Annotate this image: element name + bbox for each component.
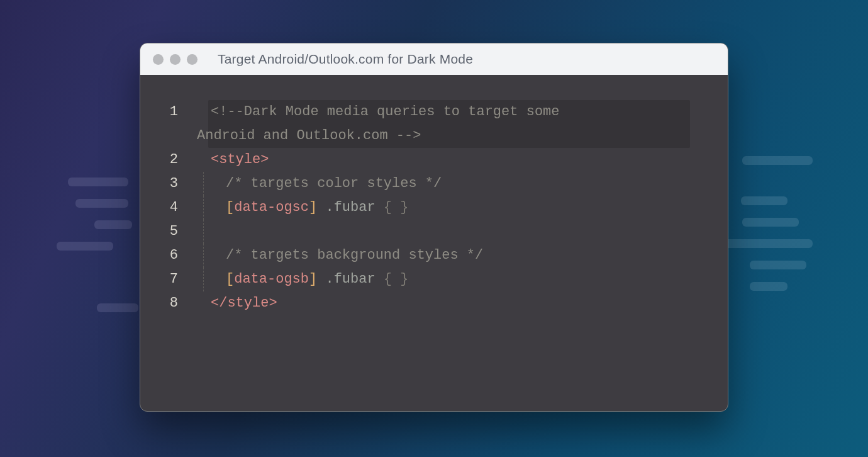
- code-token-comment: <!--Dark Mode media queries to target so…: [211, 104, 560, 120]
- code-token-tag: style: [227, 295, 269, 311]
- code-line: <style>: [197, 148, 703, 172]
- code-token-bracket: [: [226, 200, 234, 215]
- code-token-punc: >: [260, 152, 269, 167]
- decoration-bar: [75, 199, 128, 208]
- decoration-bar: [68, 178, 128, 186]
- line-number: 3: [140, 172, 178, 196]
- decoration-bar: [750, 282, 787, 291]
- code-line: Android and Outlook.com -->: [197, 124, 703, 148]
- traffic-lights: [153, 54, 198, 65]
- line-number: 5: [140, 220, 178, 244]
- decoration-bar: [750, 261, 806, 269]
- code-token-comment: /* targets color styles */: [226, 176, 442, 191]
- indent-guide: [203, 220, 204, 244]
- code-token-tag: style: [219, 152, 260, 167]
- minimize-icon[interactable]: [170, 54, 181, 65]
- line-number: 2: [140, 148, 178, 172]
- code-token-comment: Android and Outlook.com -->: [197, 128, 421, 144]
- code-token-bracket: ]: [309, 271, 317, 287]
- code-token-punc: </: [211, 295, 227, 311]
- code-token-attr: data-ogsc: [234, 200, 309, 215]
- decoration-bar: [741, 196, 787, 205]
- code-token-bracket: [: [226, 271, 234, 287]
- code-token-brace: {: [384, 271, 400, 287]
- code-line: [197, 220, 703, 244]
- code-token-comment: /* targets background styles */: [226, 247, 483, 263]
- line-number: 1: [140, 100, 178, 124]
- line-number: 8: [140, 291, 178, 315]
- decoration-bar: [742, 156, 813, 165]
- code-token-selector: .fubar: [317, 271, 384, 287]
- decoration-bar: [725, 239, 813, 248]
- window-title: Target Android/Outlook.com for Dark Mode: [218, 52, 473, 67]
- code-token-brace: }: [400, 271, 408, 287]
- indent-guide: [203, 244, 204, 268]
- code-line: </style>: [197, 291, 703, 315]
- code-line: [data-ogsb] .fubar { }: [197, 268, 703, 291]
- code-line: /* targets color styles */: [197, 172, 703, 196]
- line-number: 6: [140, 244, 178, 268]
- window-titlebar: Target Android/Outlook.com for Dark Mode: [140, 43, 728, 75]
- line-number: 4: [140, 196, 178, 220]
- indent-guide: [203, 268, 204, 291]
- indent-guide: [203, 196, 204, 220]
- code-line: <!--Dark Mode media queries to target so…: [197, 100, 703, 124]
- code-line: /* targets background styles */: [197, 244, 703, 268]
- code-token-brace: {: [384, 200, 400, 215]
- decoration-bar: [742, 218, 799, 227]
- code-token-bracket: ]: [309, 200, 317, 215]
- code-window: Target Android/Outlook.com for Dark Mode…: [140, 43, 728, 412]
- code-token-punc: <: [211, 152, 219, 167]
- code-token-attr: data-ogsb: [234, 271, 309, 287]
- code-token-brace: }: [400, 200, 408, 215]
- code-token-selector: .fubar: [317, 200, 384, 215]
- decoration-bar: [57, 242, 113, 251]
- line-number: 7: [140, 268, 178, 291]
- line-number-gutter: 1 2 3 4 5 6 7 8: [140, 100, 197, 315]
- close-icon[interactable]: [153, 54, 164, 65]
- code-editor[interactable]: 1 2 3 4 5 6 7 8 <!--Dark Mode media quer…: [140, 75, 728, 341]
- code-token-punc: >: [269, 295, 277, 311]
- zoom-icon[interactable]: [187, 54, 198, 65]
- decoration-bar: [94, 220, 132, 229]
- code-area[interactable]: <!--Dark Mode media queries to target so…: [197, 100, 703, 315]
- code-line: [data-ogsc] .fubar { }: [197, 196, 703, 220]
- indent-guide: [203, 172, 204, 196]
- decoration-bar: [97, 303, 138, 312]
